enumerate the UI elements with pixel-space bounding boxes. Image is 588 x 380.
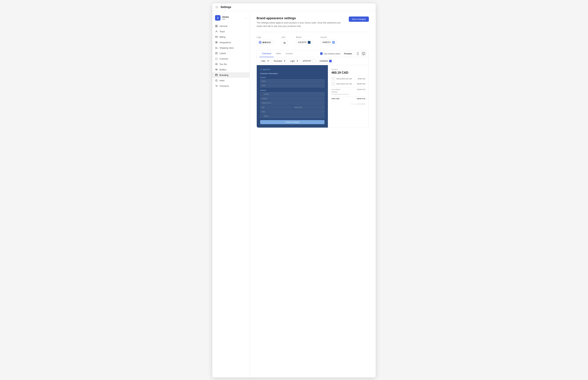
svg-rect-20 <box>362 53 365 54</box>
titlebar: ✕ Settings <box>212 3 376 11</box>
org-info: Zonos 909 <box>222 16 244 20</box>
name-field[interactable]: Name <box>260 79 324 83</box>
color2-picker[interactable]: #445EEE <box>318 59 333 63</box>
icon-preview[interactable]: ⊕ <box>281 40 288 46</box>
svg-rect-1 <box>217 25 217 26</box>
svg-point-12 <box>216 74 216 75</box>
address2-field[interactable]: Address line 2 <box>260 101 324 105</box>
tab-checkout[interactable]: Checkout <box>260 50 274 57</box>
sidebar-item-integrations[interactable]: Integrations <box>212 40 250 45</box>
phone-select[interactable]: 🏳 Phone <box>260 114 324 118</box>
postal-field[interactable]: Postal code <box>293 105 324 109</box>
brand-color-swatch[interactable]: #1E4D78 <box>296 40 312 45</box>
svg-rect-5 <box>215 36 217 38</box>
checkout-icon <box>215 85 218 87</box>
item-name-2: Best product ever sold <box>337 83 356 85</box>
sidebar-item-labels[interactable]: Labels <box>212 51 250 56</box>
color2-hex: #445EEE <box>320 60 328 62</box>
country-select[interactable]: 🏳 Country ▾ <box>260 92 324 96</box>
sidebar-item-tax-ids[interactable]: Tax IDs <box>212 61 250 67</box>
sidebar-item-checkout[interactable]: Checkout <box>212 83 250 89</box>
page-title: Brand appearance settings <box>257 17 342 20</box>
color1-picker[interactable]: #FFFFFF <box>301 59 317 63</box>
order-divider-1 <box>331 87 365 87</box>
state-placeholder: State <box>262 111 322 113</box>
org-id: 909 <box>222 18 244 20</box>
sidebar-label-branding: Branding <box>219 74 228 76</box>
sidebar-item-branding[interactable]: Branding <box>212 72 250 78</box>
branding-icon <box>215 74 218 76</box>
address-label: Address <box>260 90 324 91</box>
order-total-label: Order total <box>331 98 339 99</box>
chevron-icon: ⌄ <box>245 17 247 19</box>
state-select[interactable]: State ▾ <box>260 110 324 114</box>
svg-rect-11 <box>216 74 217 76</box>
color2-swatch <box>329 60 332 62</box>
font-select[interactable]: Inter <box>260 59 270 63</box>
icon-label: Icon <box>281 36 288 38</box>
sidebar-label-integrations: Integrations <box>219 41 231 44</box>
powered-by-text: Powered by <box>350 103 357 105</box>
sidebar-label-hello: Hello <box>219 79 225 82</box>
sidebar-item-buffers[interactable]: Buffers <box>212 67 250 72</box>
logo-preview[interactable]: BRUVI <box>257 40 273 45</box>
page-desc: The settings below apply to each product… <box>257 21 342 28</box>
contact-label: Contact <box>260 76 324 78</box>
use-brand-colors-toggle[interactable]: Use brand colors <box>320 52 340 55</box>
checkout-form-panel: BRUVI Customer information Contact Name … <box>257 65 328 128</box>
city-field[interactable]: City <box>260 105 292 109</box>
sidebar-item-team[interactable]: Team <box>212 29 250 34</box>
shipping-value: - <box>365 91 365 93</box>
color1-swatch <box>312 60 315 62</box>
country-placeholder: Country <box>264 93 322 95</box>
sidebar-item-general[interactable]: General <box>212 23 250 29</box>
preview-panel: Checkout Hello Invoice Use brand colors … <box>257 50 369 128</box>
customer-info-title: Customer information <box>260 73 324 75</box>
radius-select[interactable]: Rounded <box>272 59 287 63</box>
brand-group: Brand #1E4D78 <box>296 36 312 45</box>
item-thumbnail-1 <box>331 77 335 81</box>
desktop-icon[interactable] <box>361 51 366 56</box>
sidebar-label-checkout: Checkout <box>219 85 229 87</box>
accent-group: Accent #89B2FA <box>321 36 337 45</box>
svg-text:Z: Z <box>358 104 359 105</box>
sidebar-item-hello[interactable]: Hello <box>212 78 250 83</box>
sidebar-item-billing[interactable]: Billing <box>212 34 250 40</box>
hello-icon <box>215 79 218 82</box>
brand-swatch <box>308 41 310 44</box>
save-button[interactable]: Save changes <box>349 17 369 22</box>
sidebar-item-shipping-rates[interactable]: Shipping rates <box>212 45 250 51</box>
theme-select[interactable]: Light <box>288 59 300 63</box>
zonos-label: ZONOS <box>360 103 365 105</box>
org-header[interactable]: Z Zonos 909 ⌄ <box>212 14 250 23</box>
preview-button[interactable]: Preview <box>342 51 354 56</box>
order-item-1: Best product ever sold 49.60 CAD <box>331 77 365 81</box>
continue-button[interactable]: Continue to shipping <box>260 120 324 124</box>
sidebar-label-labels: Labels <box>219 52 226 55</box>
tab-invoice[interactable]: Invoice <box>284 50 295 57</box>
sidebar-label-billing: Billing <box>219 36 226 38</box>
shipping-line: Shipping - <box>331 91 365 93</box>
sidebar-item-customs[interactable]: Customs <box>212 56 250 61</box>
close-button[interactable]: ✕ <box>215 5 218 9</box>
window-title: Settings <box>221 6 231 9</box>
cart-subtotal-line: Cart subtotal 249.60 CAD <box>331 89 365 90</box>
color-settings-row: Logo BRUVI Icon ⊕ Brand #1E4D78 <box>257 36 369 46</box>
customs-icon <box>215 57 218 60</box>
email-field[interactable]: Email <box>260 84 324 87</box>
brand-colors-checkbox <box>320 52 322 55</box>
divider <box>257 32 369 32</box>
powered-by: Powered by Z ZONOS <box>331 103 365 105</box>
address-field[interactable]: Address <box>260 97 324 100</box>
use-brand-colors-label: Use brand colors <box>323 52 340 55</box>
accent-color-swatch[interactable]: #89B2FA <box>321 40 337 45</box>
cart-subtotal-value: 249.60 CAD <box>357 89 365 90</box>
flag-icon: 🏳 <box>262 93 263 95</box>
shipping-icon <box>215 46 218 49</box>
sidebar-label-buffers: Buffers <box>219 68 227 71</box>
tab-hello[interactable]: Hello <box>274 50 284 57</box>
accent-label: Accent <box>321 36 337 38</box>
svg-point-8 <box>217 48 217 49</box>
mobile-icon[interactable] <box>355 51 360 56</box>
phone-placeholder: Phone <box>264 115 323 117</box>
